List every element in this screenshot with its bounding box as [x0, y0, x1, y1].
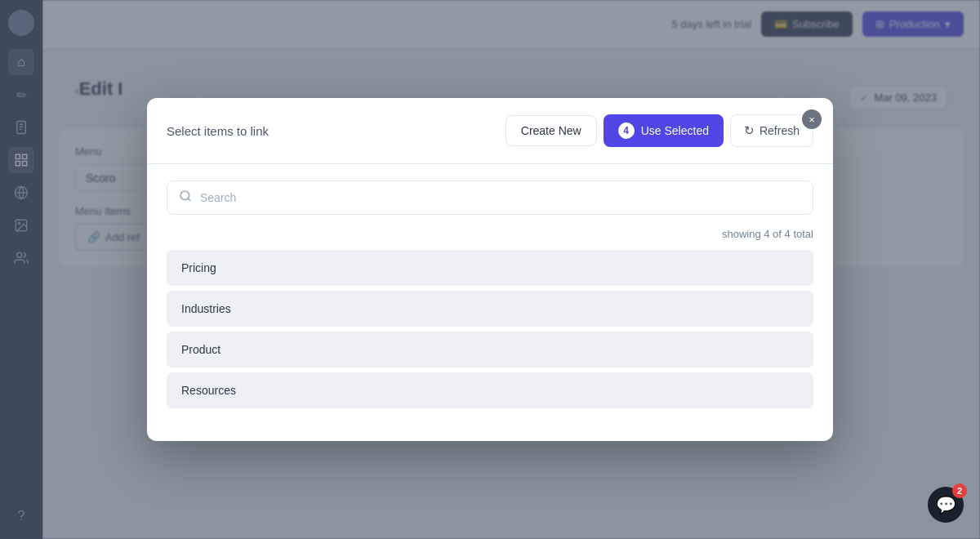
- modal-title: Select items to link: [167, 124, 269, 138]
- modal-overlay[interactable]: × Select items to link Create New 4 Use …: [0, 0, 980, 539]
- modal: × Select items to link Create New 4 Use …: [147, 98, 833, 441]
- modal-close-button[interactable]: ×: [802, 109, 822, 129]
- items-list: Pricing Industries Product Resources: [167, 250, 813, 408]
- list-item[interactable]: Resources: [167, 372, 813, 408]
- use-selected-button[interactable]: 4 Use Selected: [604, 114, 724, 147]
- modal-body: showing 4 of 4 total Pricing Industries …: [147, 164, 833, 430]
- list-item[interactable]: Product: [167, 332, 813, 368]
- showing-count: showing 4 of 4 total: [167, 228, 813, 240]
- create-new-button[interactable]: Create New: [506, 115, 597, 146]
- search-icon: [179, 189, 192, 206]
- modal-header: Select items to link Create New 4 Use Se…: [147, 98, 833, 164]
- app-shell: ⌂ ✏ ? 5 days left in trial 💳 Subscribe: [0, 0, 980, 539]
- modal-actions: Create New 4 Use Selected ↻ Refresh: [506, 114, 813, 147]
- list-item[interactable]: Pricing: [167, 250, 813, 286]
- refresh-button[interactable]: ↻ Refresh: [730, 114, 813, 147]
- svg-point-12: [180, 191, 189, 200]
- chat-badge: 2: [952, 483, 967, 498]
- refresh-icon: ↻: [744, 123, 755, 138]
- chat-button[interactable]: 💬 2: [928, 487, 964, 523]
- search-container: [167, 180, 813, 215]
- list-item[interactable]: Industries: [167, 291, 813, 327]
- selected-count-badge: 4: [618, 122, 635, 139]
- chat-icon: 💬: [936, 495, 956, 514]
- search-input[interactable]: [200, 191, 801, 204]
